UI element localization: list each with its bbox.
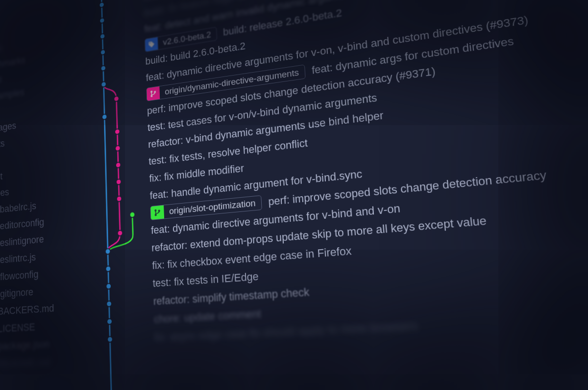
file-tree-item-label: .eslintignore	[0, 234, 44, 249]
app-window: buildgithubbenchmarksdistexamples▸flow▸p…	[0, 0, 588, 390]
svg-point-2	[154, 91, 156, 92]
commit-node[interactable]	[99, 18, 104, 24]
commit-node[interactable]	[99, 2, 104, 8]
commit-node[interactable]	[100, 49, 105, 55]
file-tree-sidebar: buildgithubbenchmarksdistexamples▸flow▸p…	[0, 0, 97, 390]
file-tree-item-label: package.json	[0, 338, 49, 352]
file-tree-item-label: types	[0, 186, 9, 200]
graph-main-line	[101, 0, 114, 390]
commit-node[interactable]	[105, 248, 111, 254]
commit-node[interactable]	[106, 301, 112, 307]
tag-icon	[145, 37, 158, 51]
commit-node[interactable]	[106, 283, 111, 289]
branch-icon	[147, 86, 160, 101]
file-tree-item-label: .flowconfig	[0, 268, 39, 283]
svg-point-0	[151, 91, 152, 92]
commit-node[interactable]	[130, 211, 135, 217]
file-tree-item-label: .babelrc.js	[0, 200, 36, 216]
file-tree-item-label: README.md	[0, 356, 50, 370]
commit-node[interactable]	[114, 96, 119, 102]
commit-node[interactable]	[116, 179, 122, 185]
file-tree-item-label: .eslintrc.js	[0, 251, 36, 266]
commit-node[interactable]	[117, 196, 122, 202]
file-tree-item-label: BACKERS.md	[0, 302, 54, 317]
commit-message: chore: update comment	[154, 307, 262, 326]
file-tree-item[interactable]: README.md	[0, 351, 95, 373]
commit-node[interactable]	[115, 145, 121, 151]
commit-node[interactable]	[116, 162, 121, 168]
branch-icon	[150, 205, 164, 219]
file-tree-item-label: LICENSE	[0, 321, 35, 335]
commit-node[interactable]	[107, 337, 113, 342]
svg-point-4	[155, 214, 156, 215]
file-tree-item-label: dist	[0, 74, 2, 87]
svg-point-1	[151, 95, 152, 97]
commit-node[interactable]	[101, 81, 106, 87]
commit-list: build: build 2.6.0-beta.2build: fix feat…	[142, 0, 588, 390]
commit-node[interactable]	[100, 33, 105, 39]
file-tree-item-label: github	[0, 43, 3, 57]
svg-point-3	[155, 209, 156, 211]
commit-node[interactable]	[101, 65, 106, 71]
file-tree-item-label: .gitignore	[0, 286, 33, 300]
file-tree-item-label: test	[0, 171, 2, 183]
commit-node[interactable]	[118, 230, 123, 236]
commit-node[interactable]	[107, 318, 112, 324]
svg-point-5	[158, 210, 160, 211]
commit-node[interactable]	[115, 129, 120, 134]
file-tree-item-label: scripts	[0, 138, 5, 152]
file-tree-item-label: .editorconfig	[0, 216, 44, 233]
commit-node[interactable]	[106, 266, 111, 272]
commit-node[interactable]	[102, 114, 107, 120]
